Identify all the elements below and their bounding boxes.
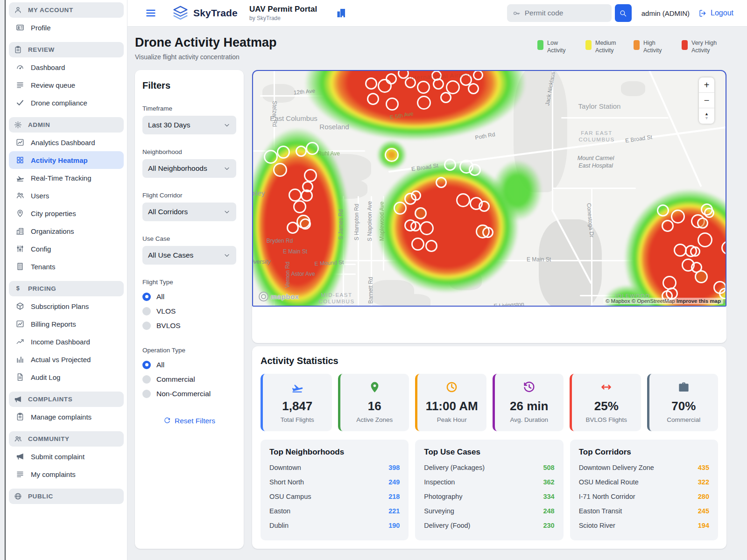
sidebar-item-config[interactable]: Config: [9, 240, 124, 258]
radio-circle[interactable]: [142, 322, 151, 330]
activity-ring: [436, 177, 447, 188]
filter-label-flight-type: Flight Type: [142, 279, 236, 286]
list-item-i-71-north-corridor: I-71 North Corridor280: [579, 489, 709, 504]
section-label: MY ACCOUNT: [28, 7, 73, 14]
radio-flight-type-all[interactable]: All: [142, 289, 236, 304]
filter-label-flight-corridor: Flight Corridor: [142, 192, 236, 199]
building-icon[interactable]: [336, 7, 347, 19]
sidebar-item-actual-vs-projected[interactable]: Actual vs Projected: [9, 350, 124, 368]
logout-button[interactable]: Logout: [698, 9, 733, 18]
map-attribution: © Mapbox © OpenStreetMap Improve this ma…: [603, 298, 723, 304]
sidebar-item-billing-reports[interactable]: Billing Reports: [9, 315, 124, 333]
sidebar-item-submit-complaint[interactable]: Submit complaint: [9, 448, 124, 465]
radio-circle[interactable]: [142, 293, 151, 301]
box-icon: [16, 302, 24, 310]
list-item-value: 245: [698, 507, 709, 515]
road: [648, 70, 702, 187]
sidebar-item-label: Organizations: [31, 227, 74, 235]
map-label-university: University: [252, 259, 270, 266]
chevron-down-icon: [223, 121, 231, 129]
list-item-name: Inspection: [424, 478, 455, 486]
radio-flight-type-vlos[interactable]: VLOS: [142, 304, 236, 318]
filter-select-flight-corridor[interactable]: All Corridors: [142, 203, 236, 221]
radio-circle[interactable]: [142, 307, 151, 315]
filter-select-neighborhood[interactable]: All Neighborhoods: [142, 159, 236, 178]
list-item-downtown-delivery-zone: Downtown Delivery Zone435: [579, 460, 709, 475]
hamburger-menu-icon[interactable]: [145, 7, 156, 19]
road: [561, 117, 669, 119]
sidebar-item-my-complaints[interactable]: My complaints: [9, 465, 124, 483]
megaphone-icon: [16, 452, 24, 461]
filter-groups: TimeframeLast 30 DaysNeighborhoodAll Nei…: [142, 105, 236, 401]
radio-circle[interactable]: [142, 375, 151, 384]
sidebar-item-dashboard[interactable]: Dashboard: [9, 58, 124, 76]
radio-label: Non-Commercial: [156, 390, 211, 398]
heatmap-map[interactable]: 12th AveStelzer RdEast ColumbusRoselandR…: [252, 70, 726, 307]
sidebar-item-manage-complaints[interactable]: Manage complaints: [9, 408, 124, 426]
map-area-patch: [621, 81, 645, 96]
radio-operation-type-non-commercial[interactable]: Non-Commercial: [142, 386, 236, 401]
page-title: Drone Activity Heatmap: [135, 35, 277, 50]
search-button[interactable]: [615, 4, 632, 22]
radio-circle[interactable]: [142, 361, 151, 369]
sidebar-item-audit-log[interactable]: Audit Log: [9, 368, 124, 386]
sidebar-item-label: Review queue: [31, 81, 75, 89]
heat-blob: [485, 151, 550, 230]
activity-ring: [367, 93, 379, 105]
rows-icon: [16, 81, 24, 89]
sidebar-item-subscription-plans[interactable]: Subscription Plans: [9, 297, 124, 315]
map-label-e-livingston: E Livingston: [493, 301, 524, 307]
refresh-icon: [163, 417, 171, 425]
filter-select-timeframe[interactable]: Last 30 Days: [142, 116, 236, 134]
sidebar-item-tenants[interactable]: Tenants: [9, 258, 124, 275]
radio-label: VLOS: [156, 307, 176, 315]
activity-ring: [306, 142, 319, 155]
permit-search-box[interactable]: [507, 4, 612, 22]
list-item-osu-medical-route: OSU Medical Route322: [579, 475, 709, 489]
sidebar-item-organizations[interactable]: Organizations: [9, 222, 124, 240]
sidebar-item-profile[interactable]: Profile: [9, 19, 124, 36]
reset-filters-button[interactable]: Reset Filters: [142, 417, 236, 425]
zoom-in-button[interactable]: +: [699, 77, 714, 93]
filter-select-use-case[interactable]: All Use Cases: [142, 246, 236, 265]
sidebar-item-city-properties[interactable]: City properties: [9, 204, 124, 222]
brand[interactable]: SkyTrade: [172, 5, 238, 22]
sidebar-item-drone-compliance[interactable]: Drone compliance: [9, 94, 124, 112]
sidebar: MY ACCOUNTProfileREVIEWDashboardReview q…: [6, 0, 127, 560]
sidebar-item-review-queue[interactable]: Review queue: [9, 76, 124, 94]
chevron-down-icon: [223, 208, 231, 216]
briefcase-icon: [677, 381, 690, 393]
sidebar-item-analytics-dashboard[interactable]: Analytics Dashboard: [9, 133, 124, 151]
radio-operation-type-all[interactable]: All: [142, 357, 236, 372]
zoom-out-button[interactable]: −: [699, 93, 714, 108]
map-label-barnett-rd: Barnett Rd: [367, 277, 374, 303]
stat-label: Peak Hour: [417, 416, 486, 423]
list-item-dublin: Dublin190: [269, 518, 400, 532]
activity-ring: [417, 96, 431, 110]
list-item-value: 194: [698, 522, 709, 529]
stat-value: 26 min: [495, 399, 564, 413]
permit-code-input[interactable]: [525, 9, 595, 17]
sidebar-item-users[interactable]: Users: [9, 187, 124, 204]
radio-operation-type-commercial[interactable]: Commercial: [142, 372, 236, 386]
mapbox-logo[interactable]: mapbox: [259, 292, 299, 301]
activity-ring: [293, 200, 306, 213]
radio-circle[interactable]: [142, 390, 151, 398]
radio-flight-type-bvlos[interactable]: BVLOS: [142, 318, 236, 333]
arrows-icon: [600, 381, 613, 393]
activity-ring: [411, 190, 421, 201]
sidebar-item-activity-heatmap[interactable]: Activity Heatmap: [9, 151, 124, 169]
sidebar-item-label: Activity Heatmap: [31, 156, 88, 164]
sidebar-item-real-time-tracking[interactable]: Real-Time Tracking: [9, 169, 124, 187]
stat-card-total-flights: 1,847Total Flights: [261, 374, 332, 431]
improve-map-link[interactable]: Improve this map: [677, 298, 721, 304]
map-zoom-control: + − ▲▼: [699, 77, 714, 124]
stat-card-commercial: 70%Commercial: [647, 374, 719, 431]
compass-button[interactable]: ▲▼: [699, 108, 714, 124]
sidebar-header-pricing: $PRICING: [9, 281, 124, 296]
list-card-top-use-cases: Top Use CasesDelivery (Packages)508Inspe…: [415, 440, 563, 540]
sidebar-item-income-dashboard[interactable]: Income Dashboard: [9, 333, 124, 350]
activity-ring: [386, 73, 397, 84]
activity-ring: [704, 208, 714, 218]
activity-ring: [301, 189, 313, 202]
